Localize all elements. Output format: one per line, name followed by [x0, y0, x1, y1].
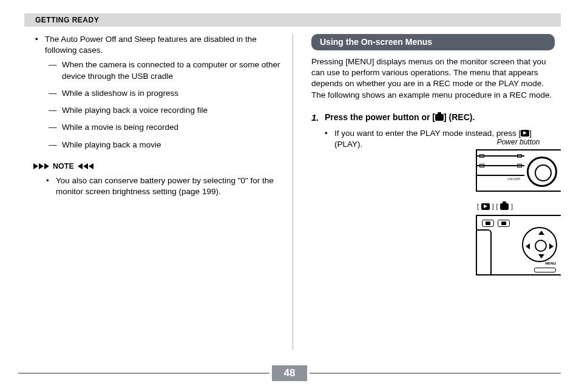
triangle-right-icon	[39, 163, 44, 169]
play-mode-icon	[481, 203, 490, 210]
list-item: —While a slideshow is in progress	[49, 88, 280, 99]
dash-marker: —	[49, 88, 62, 99]
page-footer: 48	[18, 365, 561, 381]
bullet-dot: •	[325, 128, 334, 150]
bracket: [	[477, 203, 479, 211]
play-button-icon	[482, 220, 494, 227]
power-button-label: Power button	[476, 137, 561, 147]
page-number-badge: 48	[272, 365, 308, 381]
camera-figures: Power button ON/OFF [] []	[476, 137, 561, 275]
camera-rec-icon	[435, 114, 444, 121]
play-mode-icon	[521, 130, 529, 137]
list-item: —While playing back a movie	[49, 140, 280, 150]
list-item: —While playing back a voice recording fi…	[49, 105, 280, 116]
bracket: [	[496, 203, 498, 211]
list-item: —While a movie is being recorded	[49, 122, 280, 133]
list-item-text: When the camera is connected to a comput…	[62, 59, 280, 81]
note-left-decoration	[33, 163, 49, 169]
content-columns: • The Auto Power Off and Sleep features …	[24, 34, 561, 350]
strap-lug-icon	[534, 268, 556, 272]
dash-marker: —	[49, 122, 62, 133]
dpad-up-icon	[538, 231, 544, 235]
step-title-part-b: ] (REC).	[444, 112, 475, 122]
dpad-right-icon	[549, 243, 554, 249]
note-bullet: • You also can conserve battery power by…	[46, 175, 280, 197]
feature-disabled-text: The Auto Power Off and Sleep features ar…	[45, 34, 280, 56]
camera-top-view: ON/OFF	[476, 149, 561, 192]
dpad-left-icon	[526, 243, 530, 249]
camera-rec-icon	[500, 203, 509, 210]
camera-back-view: MENU	[476, 215, 561, 275]
disabled-cases-list: —When the camera is connected to a compu…	[35, 59, 280, 150]
step-title-part-a: Press the power button or [	[325, 112, 435, 122]
page-number: 48	[284, 367, 296, 379]
dpad-down-icon	[538, 254, 544, 259]
triangle-right-icon	[33, 163, 38, 169]
note-header: NOTE	[33, 161, 280, 172]
bracket: ]	[511, 203, 513, 211]
list-item-text: While playing back a voice recording fil…	[62, 105, 208, 116]
dash-marker: —	[49, 59, 62, 81]
right-column: Using the On-screen Menus Pressing [MENU…	[293, 34, 561, 350]
bullet-dot: •	[35, 34, 45, 56]
step-number: 1.	[311, 112, 325, 152]
screen-edge	[477, 229, 492, 274]
left-column: • The Auto Power Off and Sleep features …	[24, 34, 293, 350]
section-intro: Pressing [MENU] displays menus on the mo…	[311, 56, 555, 101]
footer-rule	[310, 373, 561, 374]
mode-icons-row: [] []	[477, 203, 561, 211]
list-item: —When the camera is connected to a compu…	[49, 59, 280, 81]
dash-marker: —	[49, 140, 62, 150]
list-item-text: While a slideshow is in progress	[62, 88, 178, 99]
bullet-dot: •	[46, 175, 56, 197]
list-item-text: While a movie is being recorded	[62, 122, 178, 133]
menu-label: MENU	[545, 261, 556, 266]
shutter-button-icon	[527, 157, 557, 187]
bracket: ]	[492, 203, 494, 211]
note-right-decoration	[78, 163, 94, 169]
onoff-label: ON/OFF	[507, 177, 521, 181]
footer-rule	[18, 373, 269, 374]
feature-disabled-bullet: • The Auto Power Off and Sleep features …	[35, 34, 280, 56]
section-header-text: GETTING READY	[35, 16, 99, 24]
note-text: You also can conserve battery power by s…	[56, 175, 280, 197]
triangle-left-icon	[89, 163, 93, 169]
rec-button-icon	[498, 220, 510, 227]
step-sub-part-a: If you want to enter the PLAY mode inste…	[334, 129, 521, 138]
triangle-left-icon	[78, 163, 83, 169]
dpad-icon	[522, 227, 557, 262]
triangle-left-icon	[83, 163, 88, 169]
triangle-right-icon	[44, 163, 49, 169]
section-header-bar: GETTING READY	[24, 13, 561, 27]
section-title-pill: Using the On-screen Menus	[311, 34, 555, 50]
note-label: NOTE	[53, 161, 74, 172]
section-title-text: Using the On-screen Menus	[320, 37, 432, 47]
step-title: Press the power button or [] (REC).	[325, 112, 555, 123]
dash-marker: —	[49, 105, 62, 116]
list-item-text: While playing back a movie	[62, 140, 161, 150]
